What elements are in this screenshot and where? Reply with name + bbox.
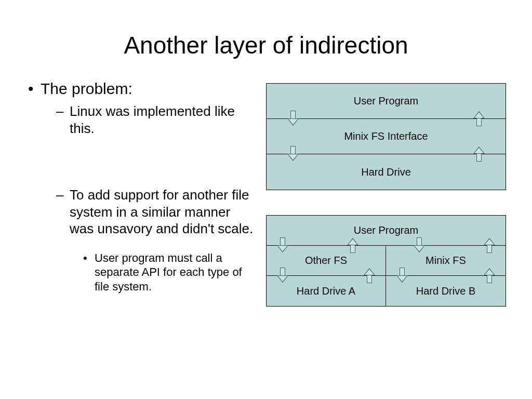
- layer-hard-drive: Hard Drive: [267, 154, 506, 190]
- arrow-up-icon: [484, 237, 495, 253]
- layer-label: Minix FS: [425, 255, 466, 267]
- arrow-down-icon: [287, 111, 299, 126]
- arrow-up-icon: [473, 111, 485, 126]
- arrow-up-icon: [347, 237, 358, 253]
- arrow-down-icon: [287, 146, 299, 162]
- content-area: The problem: Linux was implemented like …: [0, 59, 532, 307]
- layer-label: Other FS: [305, 255, 347, 267]
- diagram-multiple-fs: User Program Other FS Minix FS: [266, 215, 506, 307]
- bullet-level-3: User program must call a separate API fo…: [83, 251, 256, 294]
- arrow-down-icon: [396, 268, 408, 283]
- arrow-up-icon: [364, 268, 375, 283]
- slide: Another layer of indirection The problem…: [0, 0, 532, 399]
- layer-label: Hard Drive: [361, 166, 411, 178]
- bullet-level-2: To add support for another file system i…: [56, 187, 256, 237]
- layer-minix-fs: Minix FS Interface: [267, 119, 506, 154]
- arrow-up-icon: [484, 268, 495, 283]
- bullet-level-2: Linux was implemented like this.: [56, 103, 256, 137]
- layer-label: Hard Drive B: [416, 285, 475, 297]
- layer-label: User Program: [354, 95, 418, 107]
- layer-label: Hard Drive A: [297, 285, 355, 297]
- arrow-down-icon: [414, 237, 425, 253]
- layer-label: User Program: [354, 224, 418, 236]
- arrow-up-icon: [473, 146, 485, 162]
- layer-user-program: User Program: [267, 216, 506, 246]
- layer-user-program: User Program: [267, 84, 506, 119]
- layer-label: Minix FS Interface: [344, 130, 428, 142]
- slide-title: Another layer of indirection: [0, 0, 532, 59]
- arrow-down-icon: [277, 237, 288, 253]
- bullet-level-1: The problem:: [26, 80, 256, 98]
- text-column: The problem: Linux was implemented like …: [26, 80, 266, 307]
- diagram-original-linux-fs: User Program Minix FS Interface Hard Dri…: [266, 83, 506, 190]
- layer-filesystems: Other FS Minix FS: [267, 246, 506, 276]
- layer-drives: Hard Drive A Hard Drive B: [267, 276, 506, 306]
- diagram-column: User Program Minix FS Interface Hard Dri…: [266, 80, 506, 307]
- arrow-down-icon: [277, 268, 288, 283]
